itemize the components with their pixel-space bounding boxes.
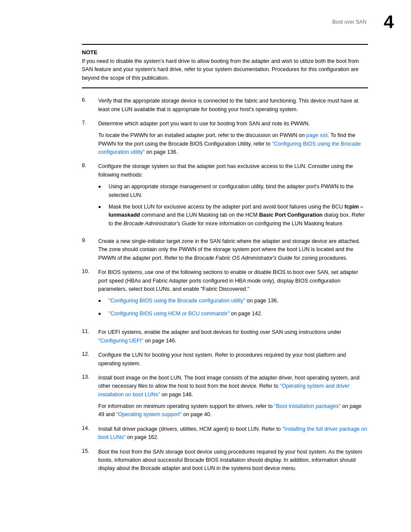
step-7-intro: Determine which adapter port you want to…: [98, 120, 368, 128]
step-10: 10. For BIOS systems, use one of the fol…: [82, 268, 368, 322]
step-13: 13. Install boot image on the boot LUN. …: [82, 374, 368, 419]
step-9: 9. Create a new single-initiator target …: [82, 237, 368, 262]
step-15-content: Boot the host from the SAN storage boot …: [98, 448, 368, 473]
step-7-detail: To locate the PWWN for an installed adap…: [98, 131, 368, 156]
header-right: Boot over SAN 4: [332, 13, 394, 31]
section-title: Boot over SAN: [332, 19, 366, 25]
note-box: NOTE If you need to disable the system's…: [82, 44, 368, 88]
step-12-num: 12.: [82, 351, 98, 357]
bullet-dot-3: •: [98, 297, 107, 306]
step-14-content: Install full driver package (drivers, ut…: [98, 425, 368, 442]
step-10-bullets: • "Configuring BIOS using the Brocade co…: [98, 297, 368, 319]
bullet-dot-1: •: [98, 183, 107, 192]
step-7-num: 7.: [82, 120, 98, 126]
step-13-num: 13.: [82, 374, 98, 380]
step-11-num: 11.: [82, 328, 98, 334]
step-8: 8. Configure the storage system so that …: [82, 162, 368, 231]
step-14: 14. Install full driver package (drivers…: [82, 425, 368, 442]
step-10-intro: For BIOS systems, use one of the followi…: [98, 268, 368, 293]
step-11-content: For UEFI systems, enable the adapter and…: [98, 328, 368, 345]
step-8-intro: Configure the storage system so that the…: [98, 162, 368, 179]
step-8-bullet-2: • Mask the boot LUN for exclusive access…: [98, 203, 368, 228]
step-10-num: 10.: [82, 268, 98, 274]
step-6-text: Verify that the appropriate storage devi…: [98, 98, 358, 112]
step-13-sub: For information on minimum operating sys…: [98, 402, 368, 419]
step-12-content: Configure the LUN for booting your host …: [98, 351, 368, 368]
step-15-num: 15.: [82, 448, 98, 454]
step-14-num: 14.: [82, 425, 98, 431]
page: Boot over SAN 4 NOTE If you need to disa…: [0, 0, 411, 532]
page-header: Boot over SAN 4: [0, 9, 411, 35]
step-7-link-1[interactable]: page xxii: [306, 132, 327, 138]
step-11-link[interactable]: "Configuring UEFI": [98, 338, 143, 344]
step-7: 7. Determine which adapter port you want…: [82, 120, 368, 157]
steps-list: 6. Verify that the appropriate storage d…: [82, 97, 368, 473]
step-15: 15. Boot the host from the SAN storage b…: [82, 448, 368, 473]
step-6: 6. Verify that the appropriate storage d…: [82, 97, 368, 114]
step-13-link-2[interactable]: "Boot installation packages": [274, 403, 340, 409]
step-7-content: Determine which adapter port you want to…: [98, 120, 368, 157]
step-12: 12. Configure the LUN for booting your h…: [82, 351, 368, 368]
note-text: If you need to disable the system's hard…: [82, 57, 368, 82]
page-content: NOTE If you need to disable the system's…: [0, 40, 411, 488]
step-6-num: 6.: [82, 97, 98, 103]
step-11: 11. For UEFI systems, enable the adapter…: [82, 328, 368, 345]
step-13-link-3[interactable]: "Operating system support": [116, 411, 182, 417]
bullet-dot-2: •: [98, 203, 107, 212]
step-10-link-2[interactable]: "Configuring BIOS using HCM or BCU comma…: [109, 311, 230, 317]
step-10-bullet-2: • "Configuring BIOS using HCM or BCU com…: [98, 310, 368, 319]
step-10-content: For BIOS systems, use one of the followi…: [98, 268, 368, 322]
step-13-main: Install boot image on the boot LUN. The …: [98, 374, 368, 399]
step-8-num: 8.: [82, 162, 98, 168]
bullet-dot-4: •: [98, 310, 107, 319]
step-9-content: Create a new single-initiator target zon…: [98, 237, 368, 262]
step-9-num: 9.: [82, 237, 98, 243]
step-8-bullets: • Using an appropriate storage managemen…: [98, 183, 368, 228]
step-8-bullet-1: • Using an appropriate storage managemen…: [98, 183, 368, 199]
step-6-content: Verify that the appropriate storage devi…: [98, 97, 368, 114]
step-14-link[interactable]: "Installing the full driver package on b…: [98, 426, 367, 440]
step-10-link-1[interactable]: "Configuring BIOS using the Brocade conf…: [109, 298, 245, 304]
note-title: NOTE: [82, 49, 368, 56]
step-10-bullet-1: • "Configuring BIOS using the Brocade co…: [98, 297, 368, 306]
chapter-number: 4: [384, 13, 394, 31]
step-8-content: Configure the storage system so that the…: [98, 162, 368, 231]
step-13-content: Install boot image on the boot LUN. The …: [98, 374, 368, 419]
